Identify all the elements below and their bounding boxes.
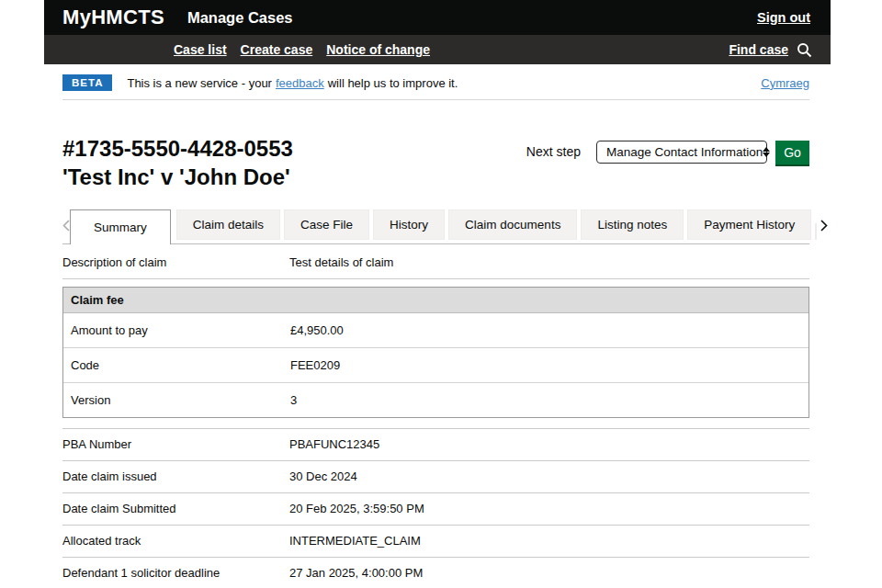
find-case-link[interactable]: Find case	[729, 42, 788, 57]
tab-summary[interactable]: Summary	[70, 209, 171, 244]
claim-fee-panel: Claim fee Amount to pay £4,950.00 Code F…	[62, 287, 809, 418]
table-row: Description of claim Test details of cla…	[62, 247, 809, 279]
nav-case-list[interactable]: Case list	[174, 42, 227, 57]
row-label: Allocated track	[62, 534, 289, 548]
cymraeg-language-link[interactable]: Cymraeg	[761, 76, 809, 90]
table-row: Version 3	[63, 383, 808, 417]
row-label: Version	[71, 393, 290, 407]
row-label: PBA Number	[62, 437, 289, 451]
row-label: Date claim Submitted	[62, 502, 289, 515]
tab-payment-history[interactable]: Payment History	[687, 209, 811, 240]
tab-listing-notes[interactable]: Listing notes	[581, 209, 684, 240]
beta-banner: BETA This is a new service - your feedba…	[62, 74, 809, 100]
table-row: Code FEE0209	[63, 348, 808, 383]
case-parties: 'Test Inc' v 'John Doe'	[62, 164, 290, 189]
row-value: 30 Dec 2024	[289, 469, 809, 483]
next-step-select[interactable]: Manage Contact Information	[596, 141, 767, 164]
select-spinner-icon	[763, 147, 770, 157]
tab-claim-details[interactable]: Claim details	[176, 209, 280, 240]
table-row: PBA Number PBAFUNC12345	[62, 429, 809, 461]
next-step-control: Next step Manage Contact Information Go	[526, 141, 809, 191]
beta-text-after: will help us to improve it.	[328, 76, 458, 90]
row-label: Description of claim	[62, 255, 289, 269]
beta-text: This is a new service - your feedback wi…	[127, 76, 458, 90]
table-row: Date claim issued 30 Dec 2024	[62, 461, 809, 493]
go-button[interactable]: Go	[775, 141, 809, 164]
row-label: Date claim issued	[62, 469, 289, 483]
row-value: 27 Jan 2025, 4:00:00 PM	[289, 566, 809, 580]
row-value: FEE0209	[290, 358, 340, 372]
app-title: Manage Cases	[187, 9, 293, 27]
row-value: Test details of claim	[289, 255, 809, 269]
row-value: PBAFUNC12345	[289, 437, 809, 451]
table-row: Amount to pay £4,950.00	[63, 313, 808, 348]
row-value: £4,950.00	[290, 323, 344, 337]
nav-notice-of-change[interactable]: Notice of change	[326, 42, 430, 57]
chevron-right-icon	[820, 220, 828, 232]
row-value: 20 Feb 2025, 3:59:50 PM	[289, 502, 809, 515]
summary-rows-top: Description of claim Test details of cla…	[62, 247, 809, 279]
summary-rows-bottom: PBA Number PBAFUNC12345 Date claim issue…	[62, 428, 809, 588]
tab-claim-documents[interactable]: Claim documents	[448, 209, 577, 240]
row-label: Defendant 1 solicitor deadline	[62, 566, 289, 580]
app-header: MyHMCTS Manage Cases Sign out	[44, 0, 831, 35]
tab-scroll-left-button[interactable]	[62, 207, 70, 243]
row-label: Amount to pay	[71, 323, 290, 337]
table-row: Date claim Submitted 20 Feb 2025, 3:59:5…	[62, 493, 809, 526]
row-value: 3	[290, 393, 297, 407]
row-value: INTERMEDIATE_CLAIM	[289, 534, 809, 548]
case-title: #1735-5550-4428-0553 'Test Inc' v 'John …	[62, 134, 293, 191]
tab-partial[interactable]	[815, 223, 817, 240]
next-step-label: Next step	[526, 144, 581, 159]
tab-history[interactable]: History	[373, 209, 445, 240]
row-label: Code	[71, 358, 290, 372]
tab-case-file[interactable]: Case File	[284, 209, 369, 240]
tab-scroll-right-button[interactable]	[820, 207, 828, 243]
next-step-selected-option: Manage Contact Information	[606, 145, 763, 159]
table-row: Allocated track INTERMEDIATE_CLAIM	[62, 526, 809, 558]
primary-navigation: Case list Create case Notice of change F…	[44, 35, 831, 64]
myhmcts-logo: MyHMCTS	[62, 6, 164, 29]
feedback-link[interactable]: feedback	[276, 76, 324, 90]
sign-out-link[interactable]: Sign out	[757, 10, 810, 25]
beta-badge: BETA	[62, 74, 112, 91]
search-icon[interactable]	[797, 42, 812, 58]
table-row: Defendant 1 solicitor deadline 27 Jan 20…	[62, 558, 809, 588]
claim-fee-panel-title: Claim fee	[63, 288, 808, 313]
chevron-left-icon	[62, 220, 70, 232]
nav-create-case[interactable]: Create case	[241, 42, 313, 57]
case-reference: #1735-5550-4428-0553	[62, 136, 293, 161]
case-tabs: Summary Claim details Case File History …	[62, 207, 809, 244]
beta-text-before: This is a new service - your	[127, 76, 272, 90]
